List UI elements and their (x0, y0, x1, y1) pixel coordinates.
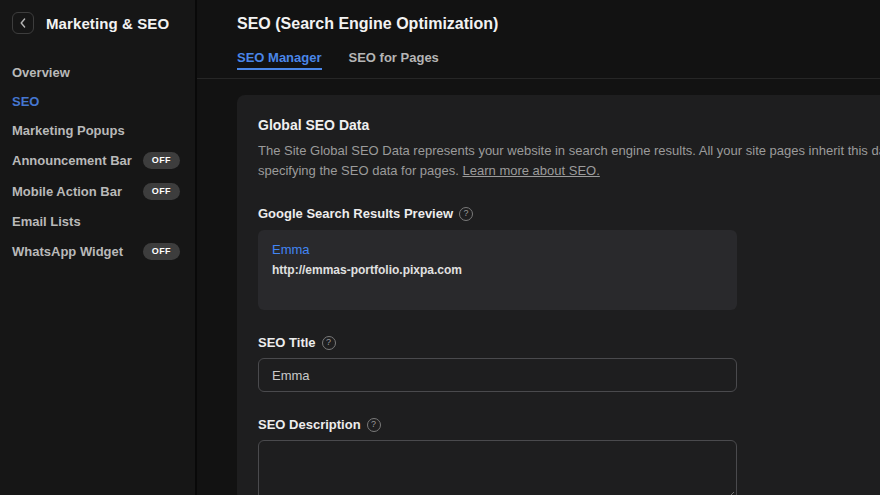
sidebar-item-whatsapp-widget[interactable]: WhatsApp Widget OFF (0, 236, 195, 267)
sidebar-item-announcement-bar[interactable]: Announcement Bar OFF (0, 145, 195, 176)
card-description: The Site Global SEO Data represents your… (258, 141, 880, 181)
status-badge: OFF (143, 243, 180, 260)
main-panel: SEO (Search Engine Optimization) SEO Man… (197, 0, 880, 495)
help-icon[interactable]: ? (459, 207, 473, 221)
seo-description-textarea-wrap (258, 440, 737, 495)
learn-more-link[interactable]: Learn more about SEO. (463, 163, 600, 178)
sidebar-item-marketing-popups[interactable]: Marketing Popups (0, 116, 195, 145)
sidebar-item-overview[interactable]: Overview (0, 58, 195, 87)
status-badge: OFF (143, 183, 180, 200)
sidebar-item-seo[interactable]: SEO (0, 87, 195, 116)
page-title: SEO (Search Engine Optimization) (237, 15, 880, 33)
seo-title-input[interactable] (258, 358, 737, 392)
sidebar: Marketing & SEO Overview SEO Marketing P… (0, 0, 197, 495)
status-badge: OFF (143, 152, 180, 169)
seo-title-group: SEO Title ? (258, 335, 880, 392)
back-button[interactable] (12, 12, 34, 34)
sidebar-item-label: Announcement Bar (12, 153, 132, 168)
tab-bar: SEO Manager SEO for Pages (197, 50, 880, 79)
help-icon[interactable]: ? (367, 418, 381, 432)
google-search-preview-box: Emma http://emmas-portfolio.pixpa.com (258, 230, 737, 310)
sidebar-item-label: Mobile Action Bar (12, 184, 122, 199)
main-header: SEO (Search Engine Optimization) (197, 0, 880, 33)
sidebar-item-label: SEO (12, 94, 39, 109)
tab-seo-for-pages[interactable]: SEO for Pages (349, 50, 439, 70)
google-preview-group: Google Search Results Preview ? Emma htt… (258, 206, 880, 310)
card-heading: Global SEO Data (258, 117, 880, 133)
seo-description-label: SEO Description ? (258, 417, 880, 432)
preview-site-url: http://emmas-portfolio.pixpa.com (272, 263, 723, 277)
sidebar-item-label: Marketing Popups (12, 123, 125, 138)
sidebar-item-label: Overview (12, 65, 70, 80)
google-preview-label: Google Search Results Preview ? (258, 206, 880, 221)
sidebar-header: Marketing & SEO (0, 0, 195, 34)
seo-description-label-text: SEO Description (258, 417, 361, 432)
sidebar-item-email-lists[interactable]: Email Lists (0, 207, 195, 236)
seo-description-textarea[interactable] (258, 440, 737, 495)
sidebar-item-label: WhatsApp Widget (12, 244, 123, 259)
preview-site-title: Emma (272, 242, 723, 257)
sidebar-nav: Overview SEO Marketing Popups Announceme… (0, 58, 195, 267)
sidebar-item-label: Email Lists (12, 214, 81, 229)
card-description-line1: The Site Global SEO Data represents your… (258, 143, 880, 158)
google-preview-label-text: Google Search Results Preview (258, 206, 453, 221)
content-area: Global SEO Data The Site Global SEO Data… (197, 95, 880, 495)
sidebar-item-mobile-action-bar[interactable]: Mobile Action Bar OFF (0, 176, 195, 207)
tab-seo-manager[interactable]: SEO Manager (237, 50, 322, 70)
sidebar-title: Marketing & SEO (46, 15, 169, 32)
global-seo-data-card: Global SEO Data The Site Global SEO Data… (237, 95, 880, 495)
seo-title-label: SEO Title ? (258, 335, 880, 350)
help-icon[interactable]: ? (322, 336, 336, 350)
chevron-left-icon (19, 16, 27, 31)
card-description-line2: specifying the SEO data for pages. (258, 163, 463, 178)
seo-title-label-text: SEO Title (258, 335, 316, 350)
seo-description-group: SEO Description ? (258, 417, 880, 495)
